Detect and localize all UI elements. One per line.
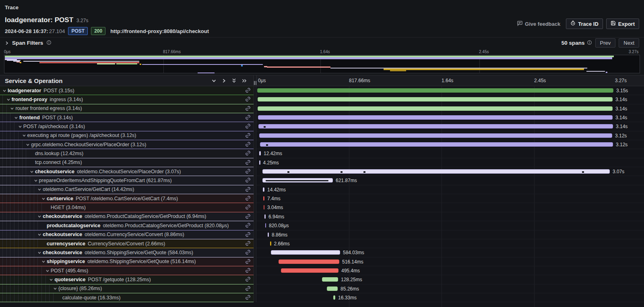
span-timeline-cell[interactable]: 3.04ms — [256, 203, 644, 212]
span-bar[interactable] — [259, 160, 260, 165]
span-link-icon[interactable] — [244, 86, 252, 94]
span-name-cell[interactable]: {closure} (85.26ms) — [0, 284, 254, 293]
span-row[interactable]: HGET (3.04ms) 3.04ms — [0, 203, 644, 212]
span-bar[interactable] — [263, 187, 264, 192]
span-row[interactable]: frontend-proxy ingress (3.14s) 3.14s — [0, 95, 644, 104]
span-link-icon[interactable] — [244, 221, 252, 229]
span-row[interactable]: executing api route (pages) /api/checkou… — [0, 131, 644, 140]
span-row[interactable]: calculate-quote (16.33ms) 16.33ms — [0, 293, 644, 302]
span-row[interactable]: currencyservice CurrencyService/Convert … — [0, 239, 644, 248]
span-link-icon[interactable] — [244, 149, 252, 158]
span-link-icon[interactable] — [244, 167, 252, 175]
chevron-down-icon[interactable] — [34, 178, 39, 183]
span-timeline-cell[interactable]: 3.14s — [256, 113, 644, 122]
span-link-icon[interactable] — [244, 95, 252, 103]
minimap-canvas[interactable] — [4, 55, 640, 73]
span-timeline-cell[interactable]: 6.94ms — [256, 212, 644, 221]
span-bar[interactable] — [263, 196, 264, 201]
span-link-icon[interactable] — [244, 122, 252, 130]
span-bar[interactable] — [268, 232, 269, 237]
span-timeline-cell[interactable]: 3.07s — [256, 167, 644, 176]
span-link-icon[interactable] — [244, 194, 252, 202]
span-bar[interactable] — [259, 133, 612, 138]
chevron-down-icon[interactable] — [30, 170, 35, 174]
span-name-cell[interactable]: HGET (3.04ms) — [0, 203, 254, 212]
span-link-icon[interactable] — [244, 230, 252, 239]
span-link-icon[interactable] — [244, 140, 252, 148]
chevron-down-icon[interactable] — [18, 124, 23, 129]
span-timeline-cell[interactable]: 14.42ms — [256, 185, 644, 194]
span-name-cell[interactable]: productcatalogservice oteldemo.ProductCa… — [0, 221, 254, 230]
chevron-down-icon[interactable] — [22, 133, 27, 137]
span-row[interactable]: checkoutservice oteldemo.CurrencyService… — [0, 230, 644, 239]
span-name-cell[interactable]: prepareOrderItemsAndShippingQuoteFromCar… — [0, 176, 254, 185]
span-link-icon[interactable] — [244, 212, 252, 220]
span-timeline-cell[interactable]: 85.26ms — [256, 284, 644, 293]
span-timeline-cell[interactable]: 3.14s — [256, 104, 644, 113]
chevron-down-icon[interactable] — [30, 160, 35, 164]
span-row[interactable]: prepareOrderItemsAndShippingQuoteFromCar… — [0, 176, 644, 185]
span-name-cell[interactable]: POST (495.4ms) — [0, 266, 254, 275]
span-timeline-cell[interactable]: 7.4ms — [256, 194, 644, 203]
span-name-cell[interactable]: checkoutservice oteldemo.CheckoutService… — [0, 167, 254, 176]
span-filters-toggle[interactable]: Span Filters — [5, 39, 52, 47]
span-bar[interactable] — [262, 178, 333, 183]
span-name-cell[interactable]: checkoutservice oteldemo.CurrencyService… — [0, 230, 254, 239]
span-timeline-cell[interactable]: 2.66ms — [256, 239, 644, 248]
chevron-down-icon[interactable] — [10, 106, 15, 110]
chevron-down-icon[interactable] — [41, 224, 47, 228]
span-name-cell[interactable]: dns.lookup (12.42ms) — [0, 149, 254, 158]
chevron-down-icon[interactable] — [30, 151, 35, 156]
span-name-cell[interactable]: router frontend egress (3.14s) — [0, 104, 254, 113]
chevron-down-icon[interactable] — [37, 187, 43, 191]
expand-all-icon[interactable] — [242, 79, 247, 83]
span-link-icon[interactable] — [244, 239, 252, 247]
span-bar[interactable] — [265, 223, 266, 228]
span-link-icon[interactable] — [244, 104, 252, 112]
span-name-cell[interactable]: shippingservice oteldemo.ShippingService… — [0, 257, 254, 266]
span-name-cell[interactable]: tcp.connect (4.25ms) — [0, 158, 254, 167]
span-row[interactable]: frontend POST (3.14s) 3.14s — [0, 113, 644, 122]
span-link-icon[interactable] — [244, 257, 252, 266]
chevron-down-icon[interactable] — [53, 286, 58, 290]
span-bar[interactable] — [271, 250, 340, 255]
span-bar[interactable] — [264, 205, 264, 210]
span-row[interactable]: POST (495.4ms) 495.4ms — [0, 266, 644, 275]
span-timeline-cell[interactable]: 621.87ms — [256, 176, 644, 185]
collapse-all-icon[interactable] — [232, 78, 236, 83]
span-timeline-cell[interactable]: 3.15s — [256, 86, 644, 95]
span-bar[interactable] — [262, 169, 610, 174]
span-name-cell[interactable]: grpc.oteldemo.CheckoutService/PlaceOrder… — [0, 140, 254, 149]
next-button[interactable]: Next — [619, 38, 639, 48]
chevron-down-icon[interactable] — [41, 259, 47, 263]
span-link-icon[interactable] — [244, 176, 252, 185]
chevron-down-icon[interactable] — [37, 214, 43, 218]
span-timeline-cell[interactable]: 3.14s — [256, 95, 644, 104]
span-bar[interactable] — [259, 151, 261, 156]
span-row[interactable]: {closure} (85.26ms) 85.26ms — [0, 284, 644, 293]
span-timeline-cell[interactable]: 3.12s — [256, 140, 644, 149]
span-row[interactable]: checkoutservice oteldemo.ShippingService… — [0, 248, 644, 257]
span-row[interactable]: oteldemo.CartService/GetCart (14.42ms) 1… — [0, 185, 644, 194]
span-link-icon[interactable] — [244, 266, 252, 274]
span-timeline-cell[interactable]: 12.42ms — [256, 149, 644, 158]
chevron-down-icon[interactable] — [41, 242, 47, 246]
span-row[interactable]: POST /api/checkout (3.14s) 3.14s — [0, 122, 644, 131]
span-bar[interactable] — [258, 115, 613, 120]
span-timeline-cell[interactable]: 516.14ms — [256, 257, 644, 266]
span-name-cell[interactable]: loadgenerator POST (3.15s) — [0, 86, 254, 95]
span-name-cell[interactable]: executing api route (pages) /api/checkou… — [0, 131, 254, 140]
trace-minimap[interactable]: 0μs817.66ms1.64s2.45s3.27s — [0, 48, 644, 75]
chevron-down-icon[interactable] — [2, 89, 8, 93]
span-row[interactable]: checkoutservice oteldemo.ProductCatalogS… — [0, 212, 644, 221]
span-link-icon[interactable] — [244, 203, 252, 212]
span-timeline-cell[interactable]: 3.14s — [256, 122, 644, 131]
span-bar[interactable] — [279, 259, 339, 264]
give-feedback-button[interactable]: Give feedback — [517, 20, 560, 27]
span-row[interactable]: loadgenerator POST (3.15s) 3.15s — [0, 86, 644, 95]
span-name-cell[interactable]: currencyservice CurrencyService/Convert … — [0, 239, 254, 248]
span-name-cell[interactable]: POST /api/checkout (3.14s) — [0, 122, 254, 131]
span-bar[interactable] — [270, 241, 271, 246]
span-bar[interactable] — [327, 286, 338, 291]
span-timeline-cell[interactable]: 4.25ms — [256, 158, 644, 167]
